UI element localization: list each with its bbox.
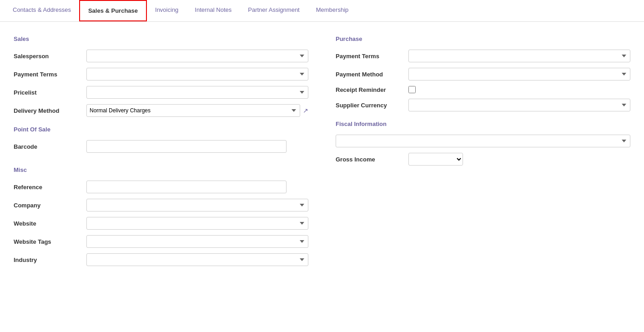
industry-row: Industry	[14, 253, 308, 266]
barcode-row: Barcode	[14, 140, 308, 153]
website-tags-select[interactable]	[86, 235, 308, 248]
supplier-currency-select[interactable]	[408, 99, 630, 111]
tab-sales-purchase[interactable]: Sales & Purchase	[79, 0, 147, 21]
external-link-icon[interactable]: ↗	[303, 107, 308, 114]
pricelist-select[interactable]	[86, 86, 308, 99]
barcode-label: Barcode	[14, 143, 86, 150]
payment-terms-row: Payment Terms	[14, 68, 308, 80]
purchase-payment-terms-label: Payment Terms	[336, 53, 408, 60]
payment-method-select[interactable]	[408, 68, 630, 80]
main-content: Sales Salesperson Payment Terms Pricelis…	[0, 22, 644, 281]
misc-section-title: Misc	[14, 166, 308, 173]
company-row: Company	[14, 199, 308, 211]
website-select[interactable]	[86, 217, 308, 230]
tab-bar: Contacts & Addresses Sales & Purchase In…	[0, 0, 644, 22]
supplier-currency-row: Supplier Currency	[336, 99, 630, 111]
delivery-method-select[interactable]: Normal Delivery Charges	[86, 104, 300, 117]
left-panel: Sales Salesperson Payment Terms Pricelis…	[14, 31, 327, 272]
gross-income-select[interactable]	[408, 153, 463, 166]
barcode-input[interactable]	[86, 140, 287, 153]
pricelist-row: Pricelist	[14, 86, 308, 99]
delivery-method-label: Delivery Method	[14, 107, 86, 114]
reference-input[interactable]	[86, 181, 287, 193]
sales-section-title: Sales	[14, 35, 308, 42]
receipt-reminder-label: Receipt Reminder	[336, 86, 408, 93]
pricelist-label: Pricelist	[14, 89, 86, 96]
industry-label: Industry	[14, 257, 86, 263]
supplier-currency-label: Supplier Currency	[336, 102, 408, 109]
pos-section-title: Point Of Sale	[14, 126, 308, 133]
tab-partner-assignment[interactable]: Partner Assignment	[240, 0, 307, 21]
receipt-reminder-row: Receipt Reminder	[336, 86, 630, 93]
payment-method-row: Payment Method	[336, 68, 630, 80]
pos-section: Point Of Sale Barcode	[14, 126, 308, 153]
delivery-select-wrapper: Normal Delivery Charges ↗	[86, 104, 308, 117]
misc-section: Misc Reference Company Website Website T…	[14, 166, 308, 266]
tab-internal-notes[interactable]: Internal Notes	[186, 0, 240, 21]
website-label: Website	[14, 220, 86, 227]
purchase-section-title: Purchase	[336, 35, 630, 42]
payment-method-label: Payment Method	[336, 71, 408, 78]
fiscal-section-title: Fiscal Information	[336, 121, 630, 127]
salesperson-select[interactable]	[86, 50, 308, 62]
payment-terms-select[interactable]	[86, 68, 308, 80]
right-panel: Purchase Payment Terms Payment Method Re…	[327, 31, 630, 272]
payment-terms-label: Payment Terms	[14, 71, 86, 78]
website-tags-label: Website Tags	[14, 238, 86, 245]
delivery-method-row: Delivery Method Normal Delivery Charges …	[14, 104, 308, 117]
fiscal-section: Fiscal Information Gross Income	[336, 121, 630, 166]
reference-row: Reference	[14, 181, 308, 193]
purchase-payment-terms-row: Payment Terms	[336, 50, 630, 62]
receipt-reminder-checkbox[interactable]	[408, 86, 416, 93]
industry-select[interactable]	[86, 253, 308, 266]
gross-income-row: Gross Income	[336, 153, 630, 166]
reference-label: Reference	[14, 184, 86, 191]
tab-invoicing[interactable]: Invoicing	[147, 0, 186, 21]
website-row: Website	[14, 217, 308, 230]
company-select[interactable]	[86, 199, 308, 211]
tab-contacts[interactable]: Contacts & Addresses	[5, 0, 79, 21]
company-label: Company	[14, 202, 86, 209]
tab-membership[interactable]: Membership	[308, 0, 357, 21]
website-tags-row: Website Tags	[14, 235, 308, 248]
salesperson-label: Salesperson	[14, 53, 86, 60]
gross-income-label: Gross Income	[336, 156, 408, 163]
salesperson-row: Salesperson	[14, 50, 308, 62]
purchase-payment-terms-select[interactable]	[408, 50, 630, 62]
fiscal-select[interactable]	[336, 135, 630, 147]
